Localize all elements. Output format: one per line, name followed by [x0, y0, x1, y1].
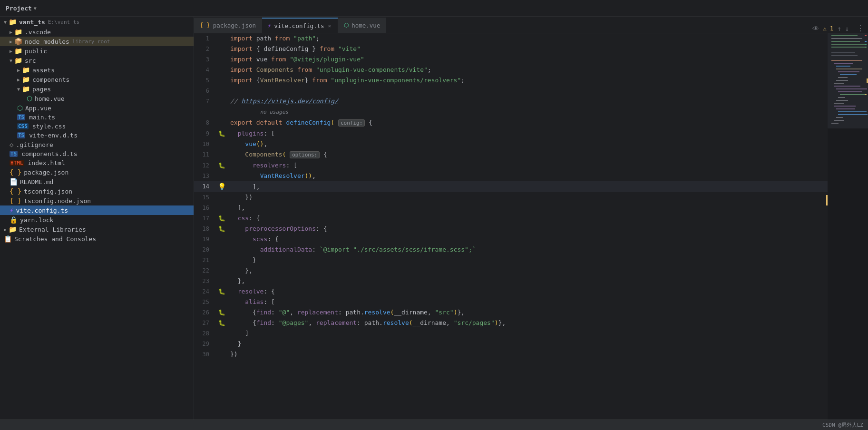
minimap-svg: [828, 33, 868, 420]
sidebar-item-home-vue[interactable]: ⬡ home.vue: [0, 94, 194, 103]
vite-config-label: vite.config.ts: [16, 207, 68, 214]
tab-vite-config-label: vite.config.ts: [274, 22, 324, 29]
code-line-12: 12 🐛 resolvers: [: [194, 160, 828, 171]
toolbar-more[interactable]: ⋮: [857, 24, 864, 33]
root-path: E:\vant_ts: [48, 19, 79, 25]
sidebar-item-index-html[interactable]: HTML index.html: [0, 158, 194, 167]
gitignore-label: .gitignore: [16, 141, 53, 148]
tab-vite-config-icon: ⚡: [268, 22, 271, 29]
tsconfig-node-json-label: tsconfig.node.json: [24, 197, 91, 205]
sidebar-item-src[interactable]: ▼ 📁 src: [0, 56, 194, 65]
code-line-23: 23 },: [194, 276, 828, 286]
sidebar-item-scratches[interactable]: 📋 Scratches and Consoles: [0, 234, 194, 244]
editor-area: { } package.json ⚡ vite.config.ts ✕ ⬡ ho…: [194, 17, 868, 420]
sidebar-item-readme[interactable]: 📄 README.md: [0, 177, 194, 186]
svg-rect-30: [828, 33, 868, 128]
code-line-9: 9 🐛 plugins: [: [194, 128, 828, 139]
sidebar-item-main-ts[interactable]: TS main.ts: [0, 113, 194, 122]
sidebar-item-components-d-ts[interactable]: TS components.d.ts: [0, 149, 194, 158]
readme-label: README.md: [20, 178, 53, 186]
sidebar-item-assets[interactable]: ▶ 📁 assets: [0, 65, 194, 75]
sidebar-item-vscode[interactable]: ▶ 📁 .vscode: [0, 27, 194, 37]
sidebar-item-tsconfig-node-json[interactable]: { } tsconfig.node.json: [0, 196, 194, 205]
code-line-5: 5 import {VantResolver} from "unplugin-v…: [194, 75, 828, 86]
sidebar-item-yarn-lock[interactable]: 🔒 yarn.lock: [0, 215, 194, 225]
components-label: components: [32, 76, 69, 83]
code-line-16: 16 ],: [194, 203, 828, 213]
project-title: Project: [6, 5, 32, 12]
code-line-20: 20 additionalData: `@import "./src/asset…: [194, 244, 828, 255]
yarn-lock-label: yarn.lock: [20, 216, 53, 224]
sidebar-item-tsconfig-json[interactable]: { } tsconfig.json: [0, 186, 194, 196]
tree-root[interactable]: ▼ 📁 vant_ts E:\vant_ts: [0, 17, 194, 27]
code-line-27: 27 🐛 {find: "@pages", replacement: path.…: [194, 318, 828, 328]
code-line-24: 24 🐛 resolve: {: [194, 286, 828, 297]
package-json-label: package.json: [24, 169, 68, 176]
sidebar-item-gitignore[interactable]: ◇ .gitignore: [0, 140, 194, 149]
sidebar-item-app-vue[interactable]: ⬡ App.vue: [0, 103, 194, 113]
toolbar-warning[interactable]: ⚠ 1: [823, 25, 833, 32]
index-html-label: index.html: [28, 159, 65, 166]
status-user: CSDN @局外人LZ: [822, 421, 863, 429]
code-line-29: 29 }: [194, 339, 828, 349]
node-modules-label: node_modules: [25, 38, 69, 45]
sidebar-item-public[interactable]: ▶ 📁 public: [0, 46, 194, 56]
components-d-ts-label: components.d.ts: [21, 150, 77, 157]
code-line-30: 30 }): [194, 349, 828, 360]
svg-rect-36: [865, 94, 867, 95]
toolbar-eye-icon[interactable]: 👁: [812, 25, 819, 32]
sidebar-item-package-json[interactable]: { } package.json: [0, 167, 194, 177]
code-line-8: 8 export default defineConfig( config: {: [194, 117, 828, 128]
style-css-label: style.css: [32, 123, 66, 130]
code-line-15: 15 }): [194, 192, 828, 203]
tab-vite-config-close[interactable]: ✕: [327, 22, 332, 29]
code-line-19: 19 scss: {: [194, 234, 828, 244]
code-line-6: 6: [194, 86, 828, 96]
code-line-26: 26 🐛 {find: "@", replacement: path.resol…: [194, 307, 828, 318]
code-line-7: 7 // https://vitejs.dev/config/ no usage…: [194, 96, 828, 117]
pages-label: pages: [32, 86, 51, 93]
code-line-18: 18 🐛 preprocessorOptions: {: [194, 224, 828, 234]
tab-bar: { } package.json ⚡ vite.config.ts ✕ ⬡ ho…: [194, 17, 868, 33]
sidebar-item-pages[interactable]: ▼ 📁 pages: [0, 84, 194, 94]
tab-package-json[interactable]: { } package.json: [194, 18, 262, 33]
tab-package-json-icon: { }: [200, 22, 210, 29]
toolbar-down-arrow[interactable]: ↓: [845, 25, 849, 32]
assets-label: assets: [32, 67, 55, 74]
code-line-3: 3 import vue from "@vitejs/plugin-vue": [194, 54, 828, 65]
main-ts-label: main.ts: [29, 114, 55, 121]
svg-rect-33: [865, 41, 867, 42]
project-chevron[interactable]: ▼: [34, 6, 37, 11]
tab-home-vue-icon: ⬡: [344, 22, 349, 29]
tab-home-vue[interactable]: ⬡ home.vue: [338, 18, 386, 33]
vite-env-label: vite-env.d.ts: [29, 132, 78, 139]
status-bar: CSDN @局外人LZ: [0, 420, 868, 430]
sidebar-item-vite-env[interactable]: TS vite-env.d.ts: [0, 131, 194, 140]
root-label: vant_ts: [19, 19, 45, 26]
sidebar: ▼ 📁 vant_ts E:\vant_ts ▶ 📁 .vscode ▶ 📦 n…: [0, 17, 194, 420]
sidebar-item-style-css[interactable]: CSS style.css: [0, 122, 194, 131]
app-vue-label: App.vue: [25, 105, 51, 112]
code-line-2: 2 import { defineConfig } from "vite": [194, 44, 828, 54]
home-vue-label: home.vue: [35, 95, 65, 102]
code-editor[interactable]: 1 import path from "path"; 2 import { de…: [194, 33, 828, 420]
sidebar-item-components[interactable]: ▶ 📁 components: [0, 75, 194, 84]
code-line-4: 4 import Components from "unplugin-vue-c…: [194, 65, 828, 75]
sidebar-item-vite-config[interactable]: ⚡ vite.config.ts: [0, 205, 194, 215]
code-line-28: 28 ]: [194, 328, 828, 339]
tab-package-json-label: package.json: [213, 22, 256, 29]
external-libs-label: External Libraries: [19, 226, 86, 233]
svg-rect-32: [865, 35, 867, 36]
code-line-25: 25 alias: [: [194, 297, 828, 307]
tab-vite-config[interactable]: ⚡ vite.config.ts ✕: [262, 18, 338, 33]
src-label: src: [25, 57, 36, 64]
scratches-label: Scratches and Consoles: [14, 235, 96, 243]
code-line-17: 17 🐛 css: {: [194, 213, 828, 224]
minimap[interactable]: [828, 33, 868, 420]
code-line-21: 21 }: [194, 255, 828, 265]
sidebar-item-external-libs[interactable]: ▶ 📁 External Libraries: [0, 225, 194, 234]
toolbar-up-arrow[interactable]: ↑: [837, 25, 841, 32]
vscode-label: .vscode: [25, 29, 51, 36]
sidebar-item-node-modules[interactable]: ▶ 📦 node_modules library root: [0, 37, 194, 46]
node-modules-badge: library root: [72, 39, 110, 45]
